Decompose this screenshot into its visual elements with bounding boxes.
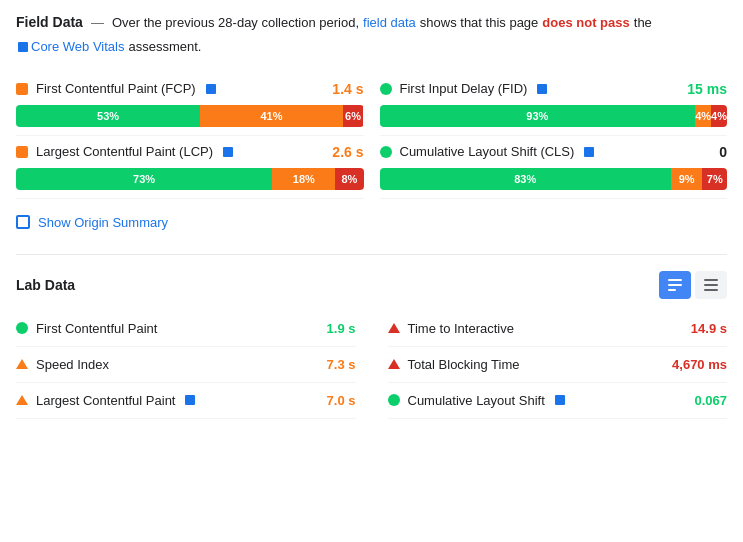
does-not-pass-text: does not pass — [542, 13, 629, 33]
lab-metrics-right: Time to Interactive 14.9 s Total Blockin… — [388, 311, 728, 419]
list-icon-bar3 — [668, 289, 676, 291]
lcp-badge — [223, 147, 233, 157]
lab-tti-icon — [388, 323, 400, 333]
fcp-bar: 53% 41% 6% — [16, 105, 364, 127]
lab-cls-badge — [555, 395, 565, 405]
lab-metrics-grid: First Contentful Paint 1.9 s Speed Index… — [16, 311, 727, 419]
metric-cls: Cumulative Layout Shift (CLS) 0 83% 9% 7… — [380, 136, 728, 199]
lcp-bar-good: 73% — [16, 168, 272, 190]
lab-fcp-icon — [16, 322, 28, 334]
field-data-header: Field Data — Over the previous 28-day co… — [16, 12, 727, 57]
cls-bar-poor: 7% — [702, 168, 727, 190]
show-origin-checkbox[interactable] — [16, 215, 30, 229]
lab-tti-name: Time to Interactive — [408, 321, 514, 336]
lab-lcp-icon — [16, 395, 28, 405]
lab-metric-tbt: Total Blocking Time 4,670 ms — [388, 347, 728, 383]
fcp-bar-good: 53% — [16, 105, 200, 127]
metric-fid-header: First Input Delay (FID) 15 ms — [380, 81, 728, 97]
field-data-desc-post: the — [634, 13, 652, 33]
lab-tbt-name: Total Blocking Time — [408, 357, 520, 372]
list-icon-bar1 — [668, 279, 682, 281]
field-data-title: Field Data — [16, 12, 83, 33]
cwv-badge-icon — [18, 42, 28, 52]
lcp-bar: 73% 18% 8% — [16, 168, 364, 190]
cls-bar: 83% 9% 7% — [380, 168, 728, 190]
metric-fid-left: First Input Delay (FID) — [380, 81, 548, 96]
lab-tti-left: Time to Interactive — [388, 321, 514, 336]
toggle-menu-button[interactable] — [695, 271, 727, 299]
lcp-icon — [16, 146, 28, 158]
fid-bar-good: 93% — [380, 105, 696, 127]
fcp-bar-needs: 41% — [200, 105, 342, 127]
fcp-bar-poor: 6% — [343, 105, 364, 127]
lab-metrics-left: First Contentful Paint 1.9 s Speed Index… — [16, 311, 356, 419]
field-data-link[interactable]: field data — [363, 13, 416, 33]
field-data-desc-pre: Over the previous 28-day collection peri… — [112, 13, 359, 33]
lab-data-title: Lab Data — [16, 277, 75, 293]
field-data-desc-mid: shows that this page — [420, 13, 539, 33]
lab-si-value: 7.3 s — [327, 357, 356, 372]
lcp-bar-needs: 18% — [272, 168, 335, 190]
lab-cls-value: 0.067 — [694, 393, 727, 408]
fid-value: 15 ms — [687, 81, 727, 97]
view-toggle — [659, 271, 727, 299]
fid-badge — [537, 84, 547, 94]
lab-tti-value: 14.9 s — [691, 321, 727, 336]
cls-icon — [380, 146, 392, 158]
dash: — — [91, 13, 104, 33]
toggle-list-button[interactable] — [659, 271, 691, 299]
lab-data-header: Lab Data — [16, 263, 727, 299]
lab-cls-left: Cumulative Layout Shift — [388, 393, 565, 408]
cls-bar-needs: 9% — [671, 168, 703, 190]
fid-bar-needs: 4% — [695, 105, 711, 127]
cls-badge — [584, 147, 594, 157]
metric-fcp-header: First Contentful Paint (FCP) 1.4 s — [16, 81, 364, 97]
lab-si-left: Speed Index — [16, 357, 109, 372]
fcp-badge — [206, 84, 216, 94]
lab-metric-si: Speed Index 7.3 s — [16, 347, 356, 383]
lab-tbt-icon — [388, 359, 400, 369]
menu-icon — [704, 279, 718, 291]
show-origin-row[interactable]: Show Origin Summary — [16, 215, 727, 230]
metric-lcp-header: Largest Contentful Paint (LCP) 2.6 s — [16, 144, 364, 160]
lab-cls-icon — [388, 394, 400, 406]
show-origin-label[interactable]: Show Origin Summary — [38, 215, 168, 230]
fid-name: First Input Delay (FID) — [400, 81, 528, 96]
menu-icon-bar3 — [704, 289, 718, 291]
lab-lcp-badge — [185, 395, 195, 405]
metrics-grid: First Contentful Paint (FCP) 1.4 s 53% 4… — [16, 73, 727, 199]
lcp-name: Largest Contentful Paint (LCP) — [36, 144, 213, 159]
metric-cls-left: Cumulative Layout Shift (CLS) — [380, 144, 595, 159]
metric-fcp: First Contentful Paint (FCP) 1.4 s 53% 4… — [16, 73, 364, 136]
lab-si-icon — [16, 359, 28, 369]
metric-cls-header: Cumulative Layout Shift (CLS) 0 — [380, 144, 728, 160]
lab-metric-tti: Time to Interactive 14.9 s — [388, 311, 728, 347]
lcp-bar-poor: 8% — [335, 168, 363, 190]
metric-fid: First Input Delay (FID) 15 ms 93% 4% 4% — [380, 73, 728, 136]
fcp-icon — [16, 83, 28, 95]
cwv-link[interactable]: Core Web Vitals — [31, 37, 124, 57]
field-data-desc-end: assessment. — [128, 37, 201, 57]
metric-fcp-left: First Contentful Paint (FCP) — [16, 81, 216, 96]
lab-tbt-left: Total Blocking Time — [388, 357, 520, 372]
metric-lcp: Largest Contentful Paint (LCP) 2.6 s 73%… — [16, 136, 364, 199]
fcp-name: First Contentful Paint (FCP) — [36, 81, 196, 96]
menu-icon-bar1 — [704, 279, 718, 281]
lab-lcp-value: 7.0 s — [327, 393, 356, 408]
metric-lcp-left: Largest Contentful Paint (LCP) — [16, 144, 233, 159]
lab-si-name: Speed Index — [36, 357, 109, 372]
lab-lcp-left: Largest Contentful Paint — [16, 393, 195, 408]
menu-icon-bar2 — [704, 284, 718, 286]
lab-fcp-value: 1.9 s — [327, 321, 356, 336]
cls-bar-good: 83% — [380, 168, 671, 190]
lab-tbt-value: 4,670 ms — [672, 357, 727, 372]
fid-icon — [380, 83, 392, 95]
fid-bar-poor: 4% — [711, 105, 727, 127]
lab-cls-name: Cumulative Layout Shift — [408, 393, 545, 408]
section-divider — [16, 254, 727, 255]
lcp-value: 2.6 s — [332, 144, 363, 160]
cls-name: Cumulative Layout Shift (CLS) — [400, 144, 575, 159]
lab-fcp-left: First Contentful Paint — [16, 321, 157, 336]
fid-bar: 93% 4% 4% — [380, 105, 728, 127]
lab-lcp-name: Largest Contentful Paint — [36, 393, 175, 408]
